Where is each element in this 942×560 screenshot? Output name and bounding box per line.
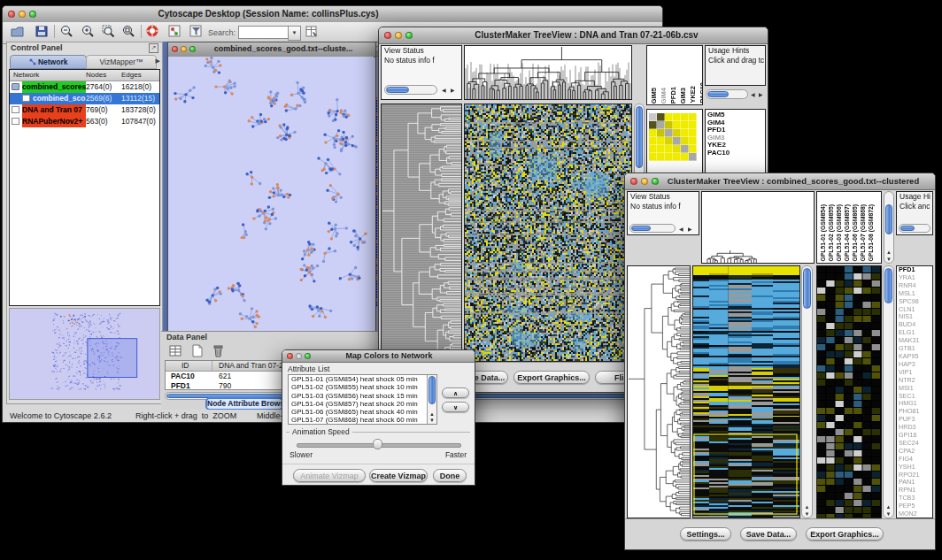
col-edges[interactable]: Edges bbox=[121, 71, 142, 79]
network-row[interactable]: combined_sco2569(6)13112(15) bbox=[10, 93, 159, 104]
settings-button[interactable]: Settings... bbox=[680, 527, 731, 541]
id-column-header[interactable]: ID bbox=[181, 361, 189, 370]
network-view-canvas[interactable] bbox=[168, 57, 374, 331]
select-attributes-icon[interactable] bbox=[168, 343, 183, 358]
tv1-row-dendrogram[interactable] bbox=[381, 104, 462, 362]
col-nodes[interactable]: Nodes bbox=[86, 71, 106, 79]
column-label[interactable]: PAC10 bbox=[699, 82, 703, 104]
tv1-status-scrollbar[interactable] bbox=[384, 85, 437, 95]
scroll-up-icon[interactable]: ▲ bbox=[428, 411, 436, 417]
scroll-right-icon[interactable]: ▶ bbox=[688, 226, 692, 232]
animate-vizmap-button[interactable]: Animate Vizmap bbox=[293, 469, 366, 482]
column-dendrogram-canvas[interactable] bbox=[702, 192, 814, 263]
column-label[interactable]: YKE2 bbox=[689, 86, 698, 104]
close-icon[interactable] bbox=[384, 32, 391, 39]
search-input[interactable] bbox=[238, 26, 290, 39]
scroll-thumb[interactable] bbox=[386, 87, 409, 93]
heatmap-canvas[interactable] bbox=[693, 266, 799, 518]
export-graphics-button[interactable]: Export Graphics... bbox=[513, 371, 590, 384]
animation-slider-thumb[interactable] bbox=[373, 439, 382, 449]
tv2-heatmap-vscrollbar[interactable]: ▲ ▼ bbox=[801, 265, 813, 518]
column-label[interactable]: GPL51-03 (GSM856) bbox=[835, 204, 843, 262]
scroll-right-icon[interactable]: ▶ bbox=[759, 91, 763, 97]
open-session-icon[interactable] bbox=[10, 24, 25, 39]
column-label[interactable]: GPL51-08 (GSM872) bbox=[867, 204, 875, 262]
network-row[interactable]: RNAPuberNov2+563(0)107847(0) bbox=[10, 116, 159, 127]
scroll-thumb[interactable] bbox=[429, 376, 436, 404]
scroll-down-icon[interactable]: ▼ bbox=[428, 418, 436, 423]
tv2-column-dendrogram[interactable] bbox=[701, 191, 815, 264]
zoom-heatmap-canvas[interactable] bbox=[817, 266, 881, 518]
attribute-item[interactable]: GPL51-01 (GSM854) heat shock 05 min bbox=[289, 375, 427, 383]
network-row[interactable]: DNA and Tran 07769(0)183728(0) bbox=[10, 104, 159, 116]
scroll-thumb[interactable] bbox=[885, 204, 892, 234]
attribute-list-vscrollbar[interactable]: ▲ ▼ bbox=[427, 375, 436, 424]
create-vizmap-button[interactable]: Create Vizmap bbox=[369, 469, 428, 482]
similarity-matrix-canvas[interactable] bbox=[649, 113, 697, 161]
scroll-down-icon[interactable]: ▼ bbox=[802, 511, 812, 517]
dialog-titlebar[interactable]: Map Colors to Network bbox=[282, 350, 475, 363]
done-button[interactable]: Done bbox=[433, 469, 467, 482]
scroll-thumb[interactable] bbox=[636, 106, 643, 168]
zoom-in-icon[interactable] bbox=[81, 24, 96, 39]
move-up-button[interactable]: ∧ bbox=[442, 387, 469, 398]
inner-titlebar[interactable]: combined_scores_good.txt--cluste... bbox=[168, 42, 375, 58]
column-label[interactable]: GPL51-07 (GSM868) bbox=[859, 204, 867, 262]
tv2-status-scrollbar[interactable] bbox=[629, 224, 676, 233]
help-lifesaver-icon[interactable] bbox=[145, 24, 160, 39]
column-label[interactable]: GIM5 bbox=[650, 88, 659, 104]
scroll-up-icon[interactable]: ▲ bbox=[802, 504, 812, 510]
main-titlebar[interactable]: Cytoscape Desktop (Session Name: collins… bbox=[3, 6, 662, 23]
scroll-down-icon[interactable]: ▼ bbox=[884, 511, 893, 517]
tab-overflow-arrow[interactable]: ▶ bbox=[156, 58, 160, 65]
network-overview-canvas[interactable] bbox=[10, 309, 159, 399]
scroll-thumb[interactable] bbox=[707, 91, 729, 97]
node-attribute-browser-tab[interactable]: Node Attribute Brows bbox=[205, 397, 283, 410]
filter-icon[interactable] bbox=[189, 24, 204, 39]
network-overview-panel[interactable] bbox=[9, 308, 160, 400]
column-label[interactable]: GPL51-02 (GSM855) bbox=[827, 204, 835, 262]
tab-network[interactable]: Network bbox=[10, 55, 87, 69]
zoom-fit-icon[interactable] bbox=[121, 24, 136, 39]
export-graphics-button[interactable]: Export Graphics... bbox=[806, 527, 884, 541]
gene-label[interactable]: MON2 bbox=[897, 510, 932, 518]
close-icon[interactable] bbox=[287, 353, 293, 359]
tv2-labels-vscrollbar[interactable]: ▲ ▼ bbox=[884, 191, 894, 264]
minimize-icon[interactable] bbox=[641, 178, 648, 185]
close-icon[interactable] bbox=[630, 178, 637, 185]
column-label[interactable]: GIM4 bbox=[660, 88, 668, 104]
tv2-zoom-panel[interactable] bbox=[816, 265, 882, 518]
minimize-icon[interactable] bbox=[395, 32, 402, 39]
tab-vizmapper[interactable]: VizMapper™ bbox=[86, 55, 157, 69]
attribute-item[interactable]: GPL51-02 (GSM855) heat shock 10 min bbox=[289, 383, 427, 391]
tv2-row-dendrogram[interactable] bbox=[627, 265, 691, 518]
zoom-out-icon[interactable] bbox=[59, 24, 74, 39]
row-dendrogram-canvas[interactable] bbox=[628, 266, 690, 518]
column-label[interactable]: GPL51-01 (GSM854) bbox=[819, 204, 827, 262]
scroll-down-icon[interactable]: ▼ bbox=[884, 257, 893, 262]
save-session-icon[interactable] bbox=[35, 24, 50, 39]
scroll-up-icon[interactable]: ▲ bbox=[884, 249, 893, 255]
delete-attribute-icon[interactable] bbox=[211, 343, 226, 358]
attribute-item[interactable]: GPL51-04 (GSM857) heat shock 20 min bbox=[289, 400, 427, 408]
network-window-a[interactable]: combined_scores_good.txt--cluste... bbox=[167, 42, 376, 331]
close-icon[interactable] bbox=[8, 11, 15, 18]
scroll-left-icon[interactable]: ◀ bbox=[442, 87, 446, 93]
attribute-item[interactable]: GPL51-06 (GSM865) heat shock 40 min bbox=[289, 408, 427, 416]
attribute-browser-icon[interactable] bbox=[305, 24, 320, 39]
scroll-thumb[interactable] bbox=[900, 226, 915, 231]
scroll-left-icon[interactable]: ◀ bbox=[679, 226, 683, 232]
treeview2-titlebar[interactable]: ClusterMaker TreeView : combined_scores_… bbox=[625, 173, 935, 190]
close-icon[interactable] bbox=[172, 46, 178, 52]
scroll-right-icon[interactable]: ▶ bbox=[451, 87, 455, 93]
scroll-thumb[interactable] bbox=[631, 226, 651, 231]
save-data-button[interactable]: Save Data... bbox=[740, 527, 797, 541]
tv1-column-dendrogram[interactable] bbox=[464, 45, 632, 100]
network-row[interactable]: combined_scores2764(0)16218(0) bbox=[10, 81, 159, 93]
search-dropdown-button[interactable]: ▼ bbox=[288, 26, 301, 41]
attribute-item[interactable]: GPL51-03 (GSM856) heat shock 15 min bbox=[289, 392, 427, 400]
tv1-hints-scrollbar[interactable] bbox=[706, 89, 748, 99]
scroll-thumb[interactable] bbox=[803, 268, 811, 309]
treeview1-titlebar[interactable]: ClusterMaker TreeView : DNA and Tran 07-… bbox=[379, 27, 768, 44]
column-dendrogram-canvas[interactable] bbox=[465, 46, 631, 99]
